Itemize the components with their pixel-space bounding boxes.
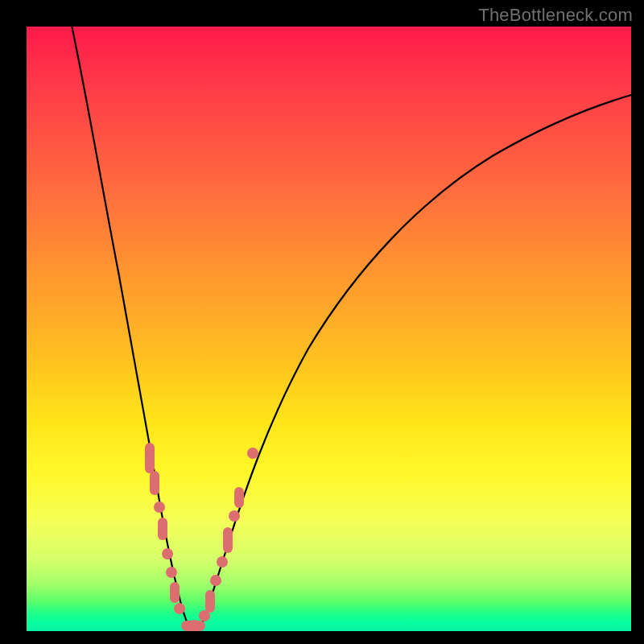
marker-dot <box>154 502 165 513</box>
plot-area <box>27 27 631 631</box>
right-curve <box>199 95 631 631</box>
markers-left <box>145 443 185 614</box>
marker-dot <box>217 556 228 568</box>
marker-dot <box>223 527 233 553</box>
marker-dot <box>166 567 177 578</box>
marker-dot <box>210 575 221 586</box>
marker-dot <box>234 487 244 508</box>
marker-dot <box>188 620 200 631</box>
marker-dot <box>247 448 258 459</box>
marker-dot <box>174 603 185 614</box>
marker-dot <box>229 510 240 522</box>
marker-dot <box>150 471 159 495</box>
watermark-text: TheBottleneck.com <box>478 5 633 26</box>
markers-trough <box>181 620 205 631</box>
marker-dot <box>205 590 215 613</box>
markers-right <box>199 448 258 621</box>
marker-dot <box>162 548 173 559</box>
marker-dot <box>145 443 155 473</box>
marker-dot <box>170 582 180 603</box>
left-curve <box>68 10 192 631</box>
marker-dot <box>158 518 167 540</box>
curve-layer <box>27 27 631 631</box>
chart-frame: TheBottleneck.com <box>0 0 644 644</box>
